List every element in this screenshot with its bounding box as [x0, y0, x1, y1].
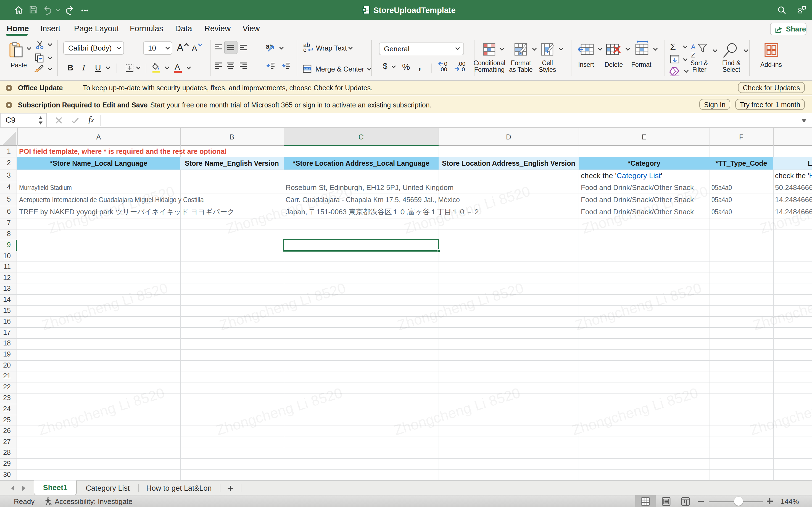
svg-text:.0: .0 [460, 66, 465, 72]
svg-text:A: A [691, 43, 695, 51]
svg-text:.00: .00 [439, 66, 447, 72]
svg-text:Z: Z [691, 51, 695, 59]
